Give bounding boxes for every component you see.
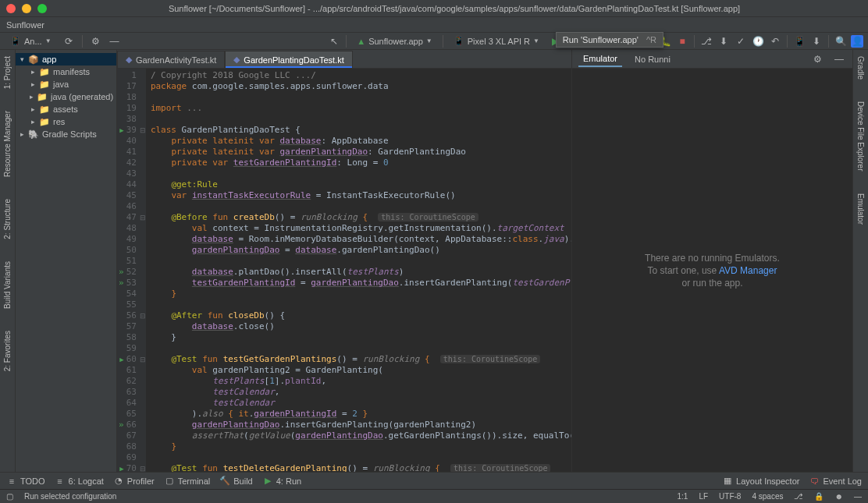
balloon-icon: 🗨 [809,476,820,487]
favorites-tab[interactable]: 2: Favorites [3,328,12,374]
gear-icon[interactable]: ⚙ [810,52,824,66]
left-tool-strip: 1: Project Resource Manager 2: Structure… [0,50,16,472]
caret-position[interactable]: 1:1 [678,492,688,501]
stop-button[interactable]: ■ [675,34,689,48]
status-bar: ▢ Run selected configuration 1:1 LF UTF-… [0,489,868,503]
breadcrumb-root[interactable]: Sunflower [6,20,44,30]
hide-icon[interactable]: — [832,52,846,66]
navigation-bar: Sunflower [0,17,868,33]
todo-tab[interactable]: ≡TODO [6,476,45,487]
maximize-window-button[interactable] [37,4,47,13]
build-tab[interactable]: 🔨Build [219,476,252,487]
account-icon[interactable]: 👤 [851,35,863,48]
folder-icon: 📁 [39,79,50,90]
device-explorer-tab[interactable]: Device File Explorer [856,98,865,174]
search-icon[interactable]: 🔍 [834,34,848,48]
close-window-button[interactable] [6,4,16,13]
sdk-manager-icon[interactable]: ⬇ [809,34,824,48]
tab-gardenactivitytest[interactable]: ◆ GardenActivityTest.kt [117,51,225,68]
profiler-tab[interactable]: ◔Profiler [113,476,155,487]
tree-node-java[interactable]: ▸ 📁 java [16,78,116,90]
structure-tab[interactable]: 2: Structure [3,196,12,243]
chevron-right-icon: ▸ [30,118,36,126]
logcat-icon: ≡ [55,476,66,487]
sync-icon[interactable]: ⟳ [62,34,76,48]
empty-state-line1: There are no running Emulators. [645,253,780,264]
resource-manager-tab[interactable]: Resource Manager [3,108,12,180]
avd-manager-link[interactable]: AVD Manager [719,265,777,276]
update-icon[interactable]: ⬇ [717,34,731,48]
kotlin-icon: ◆ [233,55,240,65]
phone-icon: 📱 [454,36,464,46]
main-toolbar: 📱 An... ▼ ⟳ ⚙ — ↖ ▲ Sunflower.app ▼ 📱 Pi… [0,33,868,50]
profiler-icon: ◔ [113,476,124,487]
project-tool-tab[interactable]: 1: Project [3,53,12,92]
gear-icon[interactable]: ⚙ [89,34,103,48]
no-running-tab[interactable]: No Runni [630,52,675,66]
tree-node-app[interactable]: ▾ 📦 app [16,53,116,66]
device-selector[interactable]: 📱 Pixel 3 XL API R ▼ [448,34,545,49]
readonly-icon[interactable]: 🔒 [814,492,824,501]
collapse-icon[interactable]: — [108,34,122,48]
memory-indicator[interactable]: — [854,492,862,501]
layout-inspector-tab[interactable]: ▦Layout Inspector [722,476,799,487]
window-controls [6,4,47,13]
run-tab[interactable]: ▶4: Run [262,476,301,487]
build-icon: 🔨 [219,476,230,487]
chevron-right-icon: ▸ [19,130,25,138]
run-tooltip: Run 'Sunflower.app' ^R [556,32,663,48]
emulator-panel: Emulator No Runni ⚙ — There are no runni… [571,50,852,472]
rollback-icon[interactable]: ↶ [768,34,782,48]
inspection-icon[interactable]: ☻ [834,492,843,501]
tree-node-manifests[interactable]: ▸ 📁 manifests [16,66,116,78]
android-icon: ▲ [357,37,365,46]
fold-column[interactable]: ⊟⊟⊟⊟⊟ [140,69,146,472]
tab-gardenplantingdaotest[interactable]: ◆ GardenPlantingDaoTest.kt [225,51,352,68]
run-config-selector[interactable]: ▲ Sunflower.app ▼ [351,34,438,49]
history-icon[interactable]: 🕐 [751,34,765,48]
tree-node-gradle[interactable]: ▸ 🐘 Gradle Scripts [16,128,116,140]
right-tool-strip: Gradle Device File Explorer Emulator [852,50,868,472]
folder-icon: 📁 [39,66,50,77]
chevron-right-icon: ▸ [30,93,34,101]
folder-icon: 📁 [37,91,48,102]
code-editor[interactable]: / Copyright 2018 Google LLC .../package … [146,69,571,472]
status-icon[interactable]: ▢ [6,492,13,501]
logcat-tab[interactable]: ≡6: Logcat [55,476,104,487]
chevron-down-icon: ▼ [426,37,432,44]
avd-manager-icon[interactable]: 📱 [792,34,806,48]
emulator-side-tab[interactable]: Emulator [856,190,865,228]
chevron-right-icon: ▸ [30,68,36,76]
bottom-tool-bar: ≡TODO ≡6: Logcat ◔Profiler ▢Terminal 🔨Bu… [0,472,868,489]
line-ending[interactable]: LF [699,492,708,501]
module-icon: 📦 [28,54,39,65]
todo-icon: ≡ [6,476,17,487]
encoding[interactable]: UTF-8 [719,492,741,501]
empty-state-line2: To start one, use AVD Manager [648,265,777,276]
scope-selector[interactable]: 📱 An... ▼ [5,34,57,49]
commit-icon[interactable]: ✓ [734,34,748,48]
titlebar: Sunflower [~/Documents/Sunflower] - .../… [0,0,868,17]
tree-node-assets[interactable]: ▸ 📁 assets [16,103,116,115]
editor-tabs: ◆ GardenActivityTest.kt ◆ GardenPlanting… [117,50,571,69]
empty-state-line3: or run the app. [681,278,742,289]
gradle-icon: 🐘 [28,129,39,140]
event-log-tab[interactable]: 🗨Event Log [809,476,862,487]
chevron-right-icon: ▸ [30,80,36,88]
indent[interactable]: 4 spaces [752,492,783,501]
chevron-down-icon: ▾ [19,55,25,63]
gradle-tab[interactable]: Gradle [856,53,865,83]
build-variants-tab[interactable]: Build Variants [3,258,12,312]
tree-node-res[interactable]: ▸ 📁 res [16,115,116,128]
vcs-icon[interactable]: ⎇ [699,34,713,48]
chevron-down-icon: ▼ [45,37,52,44]
compass-icon[interactable]: ↖ [327,34,341,48]
git-branch-icon[interactable]: ⎇ [794,492,803,501]
terminal-tab[interactable]: ▢Terminal [164,476,211,487]
emulator-tab[interactable]: Emulator [578,51,622,67]
run-button[interactable]: ▶ Run 'Sunflower.app' ^R [548,34,562,48]
android-icon: 📱 [10,36,21,46]
tree-node-java-gen[interactable]: ▸ 📁 java (generated) [16,90,116,103]
line-gutter[interactable]: 117181938▶39404142434445464748495051»52»… [117,69,140,472]
minimize-window-button[interactable] [22,4,31,13]
